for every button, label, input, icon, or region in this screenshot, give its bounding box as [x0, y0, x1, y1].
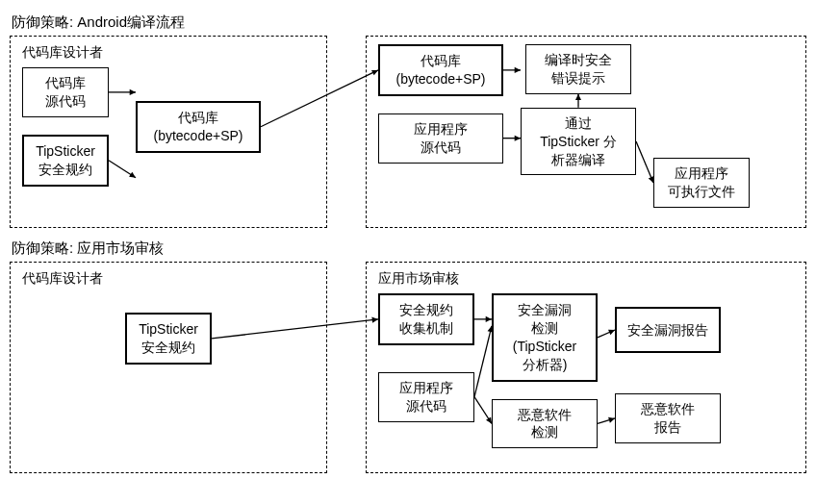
panel-code-designer-1: 代码库设计者 代码库 源代码 TipSticker 安全规约 代码库 (byte…: [10, 36, 327, 228]
box-compile-error: 编译时安全 错误提示: [525, 44, 631, 94]
box-tipsticker-spec-2: TipSticker 安全规约: [125, 313, 212, 365]
box-app-source: 应用程序 源代码: [378, 113, 503, 164]
box-tipsticker-spec: TipSticker 安全规约: [22, 135, 109, 187]
section1-title: 防御策略: Android编译流程: [12, 13, 806, 32]
section1-row: 代码库设计者 代码库 源代码 TipSticker 安全规约 代码库 (byte…: [10, 36, 806, 228]
panel-market-review: 应用市场审核 安全规约 收集机制 应用程序 源代码 安全漏洞 检测 (TipSt…: [366, 262, 806, 473]
box-app-executable: 应用程序 可执行文件: [653, 158, 750, 208]
section2-title: 防御策略: 应用市场审核: [12, 239, 806, 258]
panel-label-3: 应用市场审核: [378, 270, 794, 288]
panel-code-designer-2: 代码库设计者 TipSticker 安全规约: [10, 262, 327, 473]
box-compile-via-tipsticker: 通过 TipSticker 分 析器编译: [521, 108, 636, 176]
box-vuln-detect: 安全漏洞 检测 (TipSticker 分析器): [492, 293, 598, 382]
box-code-lib-bytecode-2: 代码库 (bytecode+SP): [378, 44, 503, 96]
panel-label-2: 代码库设计者: [22, 270, 315, 288]
panel-build-process: 代码库 (bytecode+SP) 应用程序 源代码 编译时安全 错误提示 通过…: [366, 36, 806, 228]
box-code-lib-source: 代码库 源代码: [22, 67, 109, 117]
box-spec-collect: 安全规约 收集机制: [378, 293, 474, 345]
panel-label-1: 代码库设计者: [22, 44, 315, 62]
box-app-source-2: 应用程序 源代码: [378, 372, 474, 422]
section2-row: 代码库设计者 TipSticker 安全规约 应用市场审核 安全规约 收集机制 …: [10, 262, 806, 473]
box-vuln-report: 安全漏洞报告: [615, 307, 721, 353]
box-code-lib-bytecode: 代码库 (bytecode+SP): [136, 101, 261, 153]
box-malware-detect: 恶意软件 检测: [492, 399, 598, 449]
box-malware-report: 恶意软件 报告: [615, 393, 721, 443]
